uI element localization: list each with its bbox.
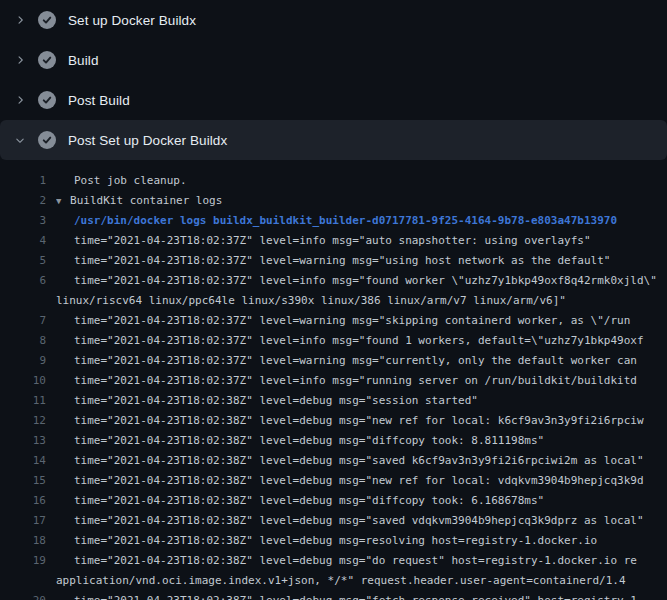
chevron-down-icon bbox=[12, 132, 28, 148]
line-text: application/vnd.oci.image.index.v1+json,… bbox=[56, 571, 667, 591]
log-line: linux/riscv64 linux/ppc64le linux/s390x … bbox=[0, 291, 667, 311]
log-line: 9 time="2021-04-23T18:02:37Z" level=warn… bbox=[0, 351, 667, 371]
line-text: time="2021-04-23T18:02:38Z" level=debug … bbox=[56, 531, 667, 551]
log-line: 8 time="2021-04-23T18:02:37Z" level=info… bbox=[0, 331, 667, 351]
step-label: Build bbox=[68, 53, 99, 68]
line-number[interactable]: 16 bbox=[0, 491, 46, 511]
step-label: Post Build bbox=[68, 93, 130, 108]
line-number[interactable]: 3 bbox=[0, 211, 46, 231]
line-number[interactable]: 2 bbox=[0, 191, 46, 211]
workflow-log-viewer: Set up Docker Buildx Build bbox=[0, 0, 667, 600]
check-circle-icon bbox=[38, 91, 56, 109]
line-number[interactable]: 7 bbox=[0, 311, 46, 331]
log-line: 4 time="2021-04-23T18:02:37Z" level=info… bbox=[0, 231, 667, 251]
line-text-content: time="2021-04-23T18:02:38Z" level=debug … bbox=[74, 434, 544, 447]
line-text: time="2021-04-23T18:02:38Z" level=debug … bbox=[56, 431, 667, 451]
log-line: 15 time="2021-04-23T18:02:38Z" level=deb… bbox=[0, 471, 667, 491]
line-text: time="2021-04-23T18:02:37Z" level=info m… bbox=[56, 331, 667, 351]
log-line: 5 time="2021-04-23T18:02:37Z" level=warn… bbox=[0, 251, 667, 271]
line-text-content: time="2021-04-23T18:02:37Z" level=warnin… bbox=[74, 354, 637, 367]
line-text-content: time="2021-04-23T18:02:37Z" level=warnin… bbox=[74, 254, 610, 267]
log-body: 1 Post job cleanup. 2 ▼ BuildKit contain… bbox=[0, 160, 667, 600]
line-text-content: time="2021-04-23T18:02:38Z" level=debug … bbox=[74, 554, 637, 567]
line-number[interactable]: 5 bbox=[0, 251, 46, 271]
check-circle-icon bbox=[38, 11, 56, 29]
log-line: 13 time="2021-04-23T18:02:38Z" level=deb… bbox=[0, 431, 667, 451]
line-text: time="2021-04-23T18:02:37Z" level=info m… bbox=[56, 271, 667, 291]
log-line: 2 ▼ BuildKit container logs bbox=[0, 191, 667, 211]
line-text-content: time="2021-04-23T18:02:38Z" level=debug … bbox=[74, 414, 644, 427]
line-number[interactable]: 13 bbox=[0, 431, 46, 451]
line-text: time="2021-04-23T18:02:37Z" level=warnin… bbox=[56, 351, 667, 371]
log-line: 18 time="2021-04-23T18:02:38Z" level=deb… bbox=[0, 531, 667, 551]
line-text-content: time="2021-04-23T18:02:37Z" level=info m… bbox=[74, 374, 637, 387]
line-text-content: time="2021-04-23T18:02:37Z" level=info m… bbox=[74, 274, 657, 287]
line-number[interactable]: 19 bbox=[0, 551, 46, 571]
log-line: 10 time="2021-04-23T18:02:37Z" level=inf… bbox=[0, 371, 667, 391]
chevron-right-icon bbox=[12, 52, 28, 68]
line-number[interactable]: 9 bbox=[0, 351, 46, 371]
line-text: time="2021-04-23T18:02:38Z" level=debug … bbox=[56, 551, 667, 571]
line-text-content: BuildKit container logs bbox=[63, 194, 222, 207]
line-text-content: time="2021-04-23T18:02:38Z" level=debug … bbox=[74, 514, 644, 527]
line-text: time="2021-04-23T18:02:38Z" level=debug … bbox=[56, 471, 667, 491]
line-text: time="2021-04-23T18:02:38Z" level=debug … bbox=[56, 451, 667, 471]
line-text-content: time="2021-04-23T18:02:38Z" level=debug … bbox=[74, 454, 644, 467]
line-number[interactable] bbox=[0, 291, 46, 311]
line-number[interactable] bbox=[0, 571, 46, 591]
line-text: time="2021-04-23T18:02:37Z" level=info m… bbox=[56, 231, 667, 251]
line-text: linux/riscv64 linux/ppc64le linux/s390x … bbox=[56, 291, 667, 311]
check-circle-icon bbox=[38, 131, 56, 149]
steps-list: Set up Docker Buildx Build bbox=[0, 0, 667, 160]
line-number[interactable]: 18 bbox=[0, 531, 46, 551]
step-label: Set up Docker Buildx bbox=[68, 13, 196, 28]
line-number[interactable]: 17 bbox=[0, 511, 46, 531]
line-number[interactable]: 20 bbox=[0, 591, 46, 600]
log-line: 14 time="2021-04-23T18:02:38Z" level=deb… bbox=[0, 451, 667, 471]
line-number[interactable]: 8 bbox=[0, 331, 46, 351]
line-text: time="2021-04-23T18:02:38Z" level=debug … bbox=[56, 511, 667, 531]
line-number[interactable]: 10 bbox=[0, 371, 46, 391]
line-number[interactable]: 12 bbox=[0, 411, 46, 431]
log-line: 19 time="2021-04-23T18:02:38Z" level=deb… bbox=[0, 551, 667, 571]
line-text-content: linux/riscv64 linux/ppc64le linux/s390x … bbox=[56, 294, 566, 307]
line-text-content: time="2021-04-23T18:02:37Z" level=info m… bbox=[74, 234, 591, 247]
line-number[interactable]: 1 bbox=[0, 171, 46, 191]
line-text-content: time="2021-04-23T18:02:37Z" level=warnin… bbox=[74, 314, 630, 327]
line-text: Post job cleanup. bbox=[56, 171, 667, 191]
line-text: time="2021-04-23T18:02:37Z" level=warnin… bbox=[56, 251, 667, 271]
line-text-content: application/vnd.oci.image.index.v1+json,… bbox=[56, 574, 626, 587]
log-line: 6 time="2021-04-23T18:02:37Z" level=info… bbox=[0, 271, 667, 291]
line-text-content: time="2021-04-23T18:02:38Z" level=debug … bbox=[74, 394, 478, 407]
line-number[interactable]: 4 bbox=[0, 231, 46, 251]
line-text: time="2021-04-23T18:02:38Z" level=debug … bbox=[56, 491, 667, 511]
log-line: 7 time="2021-04-23T18:02:37Z" level=warn… bbox=[0, 311, 667, 331]
line-number[interactable]: 14 bbox=[0, 451, 46, 471]
line-text-content: Post job cleanup. bbox=[74, 174, 187, 187]
step-row[interactable]: Build bbox=[0, 40, 667, 80]
line-number[interactable]: 15 bbox=[0, 471, 46, 491]
log-line: 11 time="2021-04-23T18:02:38Z" level=deb… bbox=[0, 391, 667, 411]
line-text[interactable]: ▼ BuildKit container logs bbox=[56, 191, 667, 211]
line-text: time="2021-04-23T18:02:37Z" level=info m… bbox=[56, 371, 667, 391]
check-circle-icon bbox=[38, 51, 56, 69]
step-label: Post Set up Docker Buildx bbox=[68, 133, 227, 148]
step-row[interactable]: Set up Docker Buildx bbox=[0, 0, 667, 40]
line-text: time="2021-04-23T18:02:38Z" level=debug … bbox=[56, 391, 667, 411]
log-line: 3 /usr/bin/docker logs buildx_buildkit_b… bbox=[0, 211, 667, 231]
log-line: 12 time="2021-04-23T18:02:38Z" level=deb… bbox=[0, 411, 667, 431]
log-line: 16 time="2021-04-23T18:02:38Z" level=deb… bbox=[0, 491, 667, 511]
log-line: 17 time="2021-04-23T18:02:38Z" level=deb… bbox=[0, 511, 667, 531]
line-number[interactable]: 11 bbox=[0, 391, 46, 411]
line-text: time="2021-04-23T18:02:38Z" level=debug … bbox=[56, 591, 667, 600]
line-text-content: time="2021-04-23T18:02:38Z" level=debug … bbox=[74, 474, 644, 487]
step-row[interactable]: Post Build bbox=[0, 80, 667, 120]
chevron-right-icon bbox=[12, 92, 28, 108]
line-text: /usr/bin/docker logs buildx_buildkit_bui… bbox=[56, 211, 667, 231]
chevron-right-icon bbox=[12, 12, 28, 28]
line-number[interactable]: 6 bbox=[0, 271, 46, 291]
group-triangle-icon: ▼ bbox=[56, 196, 61, 206]
line-text-content: time="2021-04-23T18:02:38Z" level=debug … bbox=[74, 494, 544, 507]
step-row[interactable]: Post Set up Docker Buildx bbox=[0, 120, 667, 160]
line-text-content: time="2021-04-23T18:02:37Z" level=info m… bbox=[74, 334, 644, 347]
